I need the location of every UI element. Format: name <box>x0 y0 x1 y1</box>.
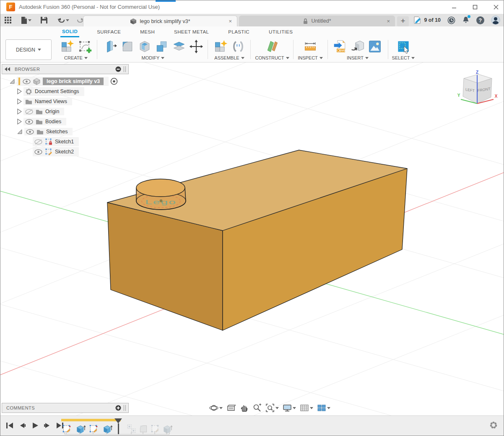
shell-button[interactable] <box>137 39 152 54</box>
browser-item-origin[interactable]: Origin <box>2 106 129 117</box>
new-component-button[interactable] <box>213 39 229 54</box>
joint-button[interactable] <box>231 39 246 54</box>
tab-sheet-metal[interactable]: SHEET METAL <box>172 26 210 37</box>
document-tab-active[interactable]: lego brick simplify v3* × <box>83 16 237 26</box>
browser-item-bodies[interactable]: Bodies <box>2 117 129 127</box>
viewports-button[interactable] <box>317 403 330 413</box>
display-settings-button[interactable] <box>283 403 296 413</box>
new-document-button[interactable]: + <box>397 16 409 26</box>
zoom-button[interactable] <box>252 403 262 413</box>
browser-item-sketch2[interactable]: Sketch2 <box>2 147 129 157</box>
panel-drag-handle[interactable] <box>124 66 126 72</box>
look-at-button[interactable] <box>226 403 236 413</box>
move-button[interactable] <box>189 39 204 54</box>
tree-item-label[interactable]: Origin <box>45 109 59 114</box>
browser-item-named-views[interactable]: Named Views <box>2 96 129 106</box>
save-button[interactable] <box>40 16 48 24</box>
view-cube[interactable]: LEFT FRONT Z Y X <box>456 70 499 109</box>
tab-solid[interactable]: SOLID <box>60 26 79 37</box>
visibility-eye-icon[interactable] <box>26 129 34 135</box>
close-document-button[interactable]: × <box>229 18 232 24</box>
tree-item-label[interactable]: Sketch1 <box>55 139 74 145</box>
visibility-eye-icon[interactable] <box>23 79 31 84</box>
pan-button[interactable] <box>239 403 249 413</box>
group-assemble-label[interactable]: ASSEMBLE <box>214 55 239 60</box>
comments-header[interactable]: COMMENTS <box>2 403 129 413</box>
step-back-button[interactable] <box>18 421 26 430</box>
group-modify-label[interactable]: MODIFY <box>142 55 160 60</box>
collapsed-triangle-icon[interactable] <box>17 99 22 104</box>
panel-drag-handle[interactable] <box>124 405 126 411</box>
collapsed-triangle-icon[interactable] <box>17 119 22 125</box>
display-caret[interactable] <box>293 407 296 409</box>
tab-mesh[interactable]: MESH <box>138 26 156 37</box>
document-counter[interactable]: 9 of 10 <box>413 16 441 24</box>
workspace-selector[interactable]: DESIGN <box>5 39 52 60</box>
group-select-label[interactable]: SELECT <box>392 55 410 60</box>
measure-button[interactable] <box>303 39 318 54</box>
expanded-triangle-icon[interactable] <box>9 78 15 84</box>
browser-item-sketch1[interactable]: Sketch1 <box>2 137 129 147</box>
visibility-eye-icon[interactable] <box>25 119 33 125</box>
fit-button[interactable] <box>265 403 279 413</box>
user-avatar[interactable] <box>491 16 500 25</box>
offset-face-button[interactable] <box>171 39 187 54</box>
tree-item-label[interactable]: Sketch2 <box>55 149 74 155</box>
browser-item-document-settings[interactable]: Document Settings <box>2 86 129 96</box>
lego-brick-body[interactable] <box>107 150 407 330</box>
visibility-off-icon[interactable] <box>34 139 42 145</box>
tree-item-label[interactable]: Named Views <box>35 99 67 104</box>
play-button[interactable] <box>31 421 39 430</box>
select-button[interactable] <box>396 39 411 54</box>
job-status-button[interactable] <box>447 16 456 25</box>
tab-plastic[interactable]: PLASTIC <box>226 26 251 37</box>
app-grid-button[interactable] <box>4 16 13 25</box>
grid-snap-button[interactable] <box>300 403 313 413</box>
model-viewport[interactable]: Lego LEFT FRONT Z Y X BROWSER <box>0 62 504 415</box>
collapse-panel-icon[interactable] <box>5 67 10 71</box>
tree-item-label[interactable]: Document Settings <box>35 88 79 94</box>
new-body-button[interactable] <box>60 39 75 54</box>
orbit-button[interactable] <box>209 403 223 413</box>
visibility-off-icon[interactable] <box>25 109 33 114</box>
root-component-label[interactable]: lego brick simplify v3 <box>43 78 104 85</box>
collapsed-triangle-icon[interactable] <box>17 88 22 94</box>
help-button[interactable]: ? <box>476 16 485 25</box>
go-to-start-button[interactable] <box>5 421 14 430</box>
preferences-button[interactable] <box>489 421 498 429</box>
tree-item-label[interactable]: Sketches <box>46 129 68 135</box>
orbit-caret[interactable] <box>219 407 223 409</box>
tree-item-label[interactable]: Bodies <box>45 119 61 125</box>
maximize-button[interactable] <box>469 3 481 11</box>
browser-header[interactable]: BROWSER <box>2 64 129 74</box>
close-window-button[interactable] <box>490 3 502 11</box>
construct-plane-button[interactable] <box>265 39 280 54</box>
create-sketch-button[interactable] <box>77 39 92 54</box>
undo-button[interactable] <box>57 16 70 24</box>
lego-stud[interactable]: Lego <box>136 179 186 210</box>
group-inspect-label[interactable]: INSPECT <box>298 55 318 60</box>
fillet-button[interactable] <box>120 39 135 54</box>
grid-caret[interactable] <box>310 407 313 409</box>
tab-utilities[interactable]: UTILITIES <box>267 26 294 37</box>
group-construct-label[interactable]: CONSTRUCT <box>255 55 284 60</box>
stud-top-face[interactable] <box>136 179 185 197</box>
browser-item-root[interactable]: lego brick simplify v3 <box>2 76 129 86</box>
combine-button[interactable] <box>154 39 169 54</box>
expanded-triangle-icon[interactable] <box>17 129 23 135</box>
file-menu-button[interactable] <box>20 16 32 25</box>
visibility-eye-icon[interactable] <box>34 149 42 155</box>
minimize-button[interactable] <box>448 3 460 11</box>
notifications-button[interactable] <box>462 16 470 24</box>
sketch-center-point[interactable] <box>160 200 163 202</box>
group-create-label[interactable]: CREATE <box>64 55 83 60</box>
collapsed-triangle-icon[interactable] <box>17 109 22 114</box>
insert-svg-button[interactable]: SVG <box>333 39 348 54</box>
insert-derive-button[interactable] <box>350 39 365 54</box>
fit-caret[interactable] <box>275 407 279 409</box>
step-forward-button[interactable] <box>43 421 52 430</box>
remove-panel-icon[interactable] <box>115 66 121 72</box>
press-pull-button[interactable] <box>103 39 118 54</box>
activate-component-radio[interactable] <box>110 78 118 85</box>
browser-item-sketches[interactable]: Sketches <box>2 127 129 137</box>
